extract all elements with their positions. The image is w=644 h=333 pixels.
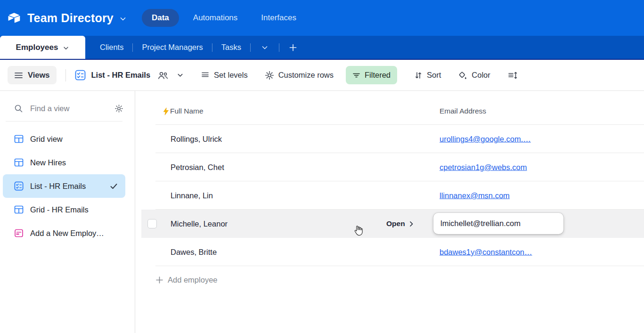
chevron-right-icon bbox=[408, 221, 414, 227]
row-checkbox[interactable] bbox=[147, 219, 157, 228]
sidebar-item-new-hires[interactable]: New Hires bbox=[3, 151, 125, 174]
tab-employees[interactable]: Employees bbox=[0, 36, 85, 59]
filtered-button[interactable]: Filtered bbox=[346, 66, 397, 84]
filtered-label: Filtered bbox=[365, 71, 391, 80]
add-employee-label: Add employee bbox=[168, 276, 218, 284]
tab-employees-label: Employees bbox=[16, 43, 58, 52]
record-row[interactable]: Dawes, Britte bdawes1y@constantcon… bbox=[135, 238, 644, 266]
views-button[interactable]: Views bbox=[8, 66, 57, 84]
sidebar-item-add-new-employee-form[interactable]: Add a New Employ… bbox=[3, 221, 125, 245]
row-height-icon bbox=[507, 71, 518, 80]
list-view-icon bbox=[75, 70, 86, 81]
grid-view-icon bbox=[14, 205, 24, 214]
set-levels-label: Set levels bbox=[214, 71, 248, 80]
base-title[interactable]: Team Directory bbox=[27, 11, 114, 25]
list-header-row: Full Name Email Address bbox=[135, 91, 644, 125]
list-view-icon bbox=[14, 181, 24, 191]
open-record-label: Open bbox=[386, 219, 405, 228]
sidebar-item-label: New Hires bbox=[30, 158, 66, 167]
open-record-button[interactable]: Open bbox=[386, 219, 414, 228]
table-tabs-bar: Employees Clients Project Managers Tasks bbox=[0, 36, 644, 60]
tab-project-managers[interactable]: Project Managers bbox=[133, 36, 212, 59]
nav-tab-data[interactable]: Data bbox=[142, 9, 179, 27]
sort-button[interactable]: Sort bbox=[414, 71, 441, 80]
color-label: Color bbox=[472, 71, 490, 80]
column-header-label: Full Name bbox=[170, 107, 204, 115]
top-nav: Data Automations Interfaces bbox=[142, 9, 306, 27]
sidebar-item-label: Grid - HR Emails bbox=[30, 205, 89, 214]
collaborators-icon bbox=[157, 71, 169, 80]
form-view-icon bbox=[14, 228, 24, 238]
sidebar-item-label: Add a New Employ… bbox=[30, 229, 104, 238]
hamburger-icon bbox=[15, 72, 23, 79]
gear-icon bbox=[265, 71, 274, 80]
sidebar-item-grid-view[interactable]: Grid view bbox=[3, 127, 125, 151]
column-header-email[interactable]: Email Address bbox=[440, 107, 486, 115]
email-link[interactable]: llinnanex@msn.com bbox=[440, 191, 510, 200]
record-row-hovered[interactable]: Michelle, Leanor Open lmichellet@trellia… bbox=[135, 210, 644, 238]
selected-check-icon bbox=[110, 182, 118, 190]
full-name-cell[interactable]: Michelle, Leanor bbox=[171, 219, 228, 228]
color-button[interactable]: Color bbox=[458, 71, 490, 80]
set-levels-button[interactable]: Set levels bbox=[201, 71, 248, 80]
base-title-chevron-down-icon[interactable] bbox=[119, 15, 127, 23]
email-link[interactable]: urollings4@google.com.… bbox=[440, 135, 531, 144]
record-row[interactable]: Petrosian, Chet cpetrosian1g@webs.com bbox=[135, 153, 644, 181]
tab-tasks[interactable]: Tasks bbox=[212, 36, 250, 59]
customize-rows-label: Customize rows bbox=[278, 71, 334, 80]
airtable-logo-icon bbox=[8, 12, 21, 24]
record-list: Full Name Email Address Rollings, Ulrick… bbox=[135, 91, 644, 333]
tab-clients[interactable]: Clients bbox=[91, 36, 132, 59]
row-height-button[interactable] bbox=[507, 71, 518, 80]
email-link[interactable]: cpetrosian1g@webs.com bbox=[440, 163, 527, 172]
sidebar-divider bbox=[6, 121, 122, 122]
column-header-full-name[interactable]: Full Name bbox=[171, 107, 204, 115]
record-row[interactable]: Rollings, Ulrick urollings4@google.com.… bbox=[135, 125, 644, 153]
current-view-switcher[interactable]: List - HR Emails bbox=[75, 70, 184, 81]
views-sidebar: Find a view Grid view New Hires List - H… bbox=[0, 91, 135, 333]
find-view-placeholder: Find a view bbox=[30, 104, 107, 113]
nav-tab-interfaces[interactable]: Interfaces bbox=[252, 9, 306, 27]
record-row[interactable]: Linnane, Lin llinnanex@msn.com bbox=[135, 181, 644, 210]
customize-rows-button[interactable]: Customize rows bbox=[265, 71, 334, 80]
grid-view-icon bbox=[14, 134, 24, 144]
app-header: Team Directory Data Automations Interfac… bbox=[0, 0, 644, 36]
sidebar-item-label: List - HR Emails bbox=[30, 182, 86, 191]
view-toolbar: Views List - HR Emails Set levels Custom… bbox=[0, 60, 644, 91]
email-link[interactable]: bdawes1y@constantcon… bbox=[440, 248, 532, 257]
view-dropdown-chevron-icon[interactable] bbox=[177, 72, 184, 79]
find-view-search[interactable]: Find a view bbox=[0, 98, 135, 118]
plus-icon bbox=[155, 276, 163, 284]
filter-icon bbox=[352, 72, 360, 79]
nav-tab-automations[interactable]: Automations bbox=[184, 9, 247, 27]
sort-arrows-icon bbox=[414, 71, 423, 80]
main-area: Find a view Grid view New Hires List - H… bbox=[0, 91, 644, 333]
sidebar-item-list-hr-emails[interactable]: List - HR Emails bbox=[3, 174, 125, 198]
set-levels-icon bbox=[201, 71, 210, 80]
sort-label: Sort bbox=[427, 71, 441, 80]
add-employee-button[interactable]: Add employee bbox=[135, 266, 644, 293]
views-button-label: Views bbox=[28, 71, 49, 80]
sidebar-item-grid-hr-emails[interactable]: Grid - HR Emails bbox=[3, 198, 125, 221]
toolbar-separator bbox=[65, 69, 66, 81]
full-name-cell[interactable]: Rollings, Ulrick bbox=[171, 135, 222, 144]
full-name-cell[interactable]: Dawes, Britte bbox=[171, 248, 217, 257]
email-edit-cell[interactable]: lmichellet@trellian.com bbox=[433, 213, 563, 234]
search-icon bbox=[14, 104, 23, 113]
tab-employees-chevron-down-icon[interactable] bbox=[63, 45, 69, 51]
paint-bucket-icon bbox=[458, 71, 467, 80]
row-divider bbox=[155, 266, 644, 266]
add-table-icon[interactable] bbox=[279, 36, 307, 59]
current-view-name: List - HR Emails bbox=[91, 71, 150, 80]
view-settings-gear-icon[interactable] bbox=[114, 104, 123, 113]
sidebar-item-label: Grid view bbox=[30, 135, 63, 144]
full-name-cell[interactable]: Petrosian, Chet bbox=[171, 163, 224, 172]
full-name-cell[interactable]: Linnane, Lin bbox=[171, 191, 213, 200]
tables-dropdown-chevron-icon[interactable] bbox=[251, 36, 279, 59]
lightning-icon bbox=[163, 107, 169, 115]
grid-view-icon bbox=[14, 158, 24, 167]
